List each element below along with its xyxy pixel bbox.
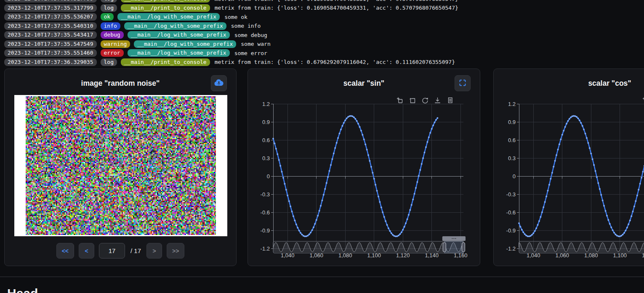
x-tick-label: 1,040 — [281, 252, 295, 259]
source-badge: __main__/print_to_console — [121, 0, 210, 3]
timestamp-badge: 2023-12-10T17:37:35.547549 — [4, 40, 97, 48]
level-badge: debug — [101, 31, 124, 39]
source-badge: __main__/log_with_some_prefix — [128, 31, 230, 39]
image-pagination: << < / 17 > >> — [5, 243, 236, 259]
x-tick-label: 1,100 — [613, 252, 627, 259]
log-row: 2023-12-10T17:37:35.317799log__main__/pr… — [4, 4, 458, 12]
noise-pixels — [26, 96, 216, 235]
timestamp-badge: 2023-12-10T17:37:35.551460 — [4, 49, 97, 57]
zoom-icon[interactable] — [396, 97, 403, 104]
scalar-cos-card: scalar "cos" 1.20.90.60.30-0.3-0.6-0.9-1… — [493, 69, 644, 266]
y-tick-label: -0.3 — [261, 191, 270, 198]
y-tick-label: -0.6 — [261, 209, 270, 216]
image-card: image "random noise" << < / 17 > >> — [4, 69, 237, 266]
log-output: 2023-12-10T17:37:35.317799log__main__/pr… — [4, 0, 458, 66]
y-tick-label: -0.6 — [506, 209, 516, 216]
log-row: 2023-12-10T17:37:35.547549warning__main_… — [4, 40, 458, 48]
y-tick-label: 0.3 — [508, 155, 516, 161]
level-badge: ok — [101, 13, 114, 21]
source-badge: __main__/log_with_some_prefix — [134, 40, 236, 48]
level-badge: log — [101, 0, 117, 3]
timestamp-badge: 2023-12-10T17:37:35.536207 — [4, 13, 97, 21]
level-badge: log — [101, 58, 117, 66]
timestamp-badge: 2023-12-10T17:37:35.543417 — [4, 31, 97, 39]
card-title: image "random noise" — [5, 79, 236, 88]
bottom-heading: Head — [7, 286, 38, 293]
x-tick-label: 1,080 — [584, 252, 598, 259]
log-message: metrix from train: {'loss': 0.6796292079… — [215, 59, 455, 65]
chart-toolbox — [396, 97, 454, 104]
next-page-button[interactable]: > — [146, 243, 162, 259]
source-badge: __main__/print_to_console — [121, 58, 210, 66]
level-badge: warning — [101, 40, 130, 48]
zoom-reset-icon[interactable] — [409, 97, 416, 104]
x-tick-label: 1,080 — [338, 252, 352, 259]
timestamp-badge: 2023-12-10T17:37:35.317799 — [4, 4, 97, 12]
y-tick-label: -0.9 — [261, 227, 270, 234]
x-tick-label: 1,120 — [396, 252, 410, 259]
y-tick-label: 1.2 — [262, 101, 270, 107]
log-row: 2023-12-10T17:37:36.329035log__main__/pr… — [4, 58, 458, 66]
source-badge: __main__/log_with_some_prefix — [117, 13, 220, 21]
data-view-icon[interactable] — [447, 97, 454, 104]
log-message: some warn — [241, 41, 270, 47]
log-row: 2023-12-10T17:37:35.536207ok__main__/log… — [4, 13, 458, 21]
timestamp-badge: 2023-12-10T17:37:35.540310 — [4, 22, 97, 30]
y-tick-label: 0.3 — [262, 155, 270, 161]
restore-icon[interactable] — [421, 97, 428, 104]
y-tick-label: 0.6 — [508, 137, 516, 143]
datazoom-window[interactable] — [444, 241, 463, 253]
x-tick-label: 1,060 — [555, 252, 569, 259]
download-image-button[interactable] — [211, 75, 227, 91]
timestamp-badge: 2023-12-10T17:37:35.317799 — [4, 0, 97, 3]
section-divider — [0, 277, 644, 277]
y-tick-label: 1.2 — [508, 101, 516, 107]
log-message: metrix from train: {'loss': 0.1690584700… — [215, 5, 458, 11]
first-page-button[interactable]: << — [56, 243, 74, 259]
x-tick-label: 1,040 — [527, 252, 540, 259]
log-row: 2023-12-10T17:37:35.551460error__main__/… — [4, 49, 458, 57]
log-message: some info — [231, 23, 261, 29]
cloud-download-icon — [213, 78, 224, 89]
log-message: metrix from train: {'loss': 0.1690584700… — [215, 0, 458, 2]
cos-chart-canvas[interactable]: 1.20.90.60.30-0.3-0.6-0.9-1.21,0401,0601… — [494, 69, 644, 267]
y-tick-label: -0.3 — [506, 191, 516, 198]
last-page-button[interactable]: >> — [167, 243, 184, 259]
x-tick-label: 1,140 — [425, 252, 439, 259]
datazoom-handle-left[interactable] — [443, 243, 446, 252]
level-badge: log — [101, 4, 117, 12]
log-row: 2023-12-10T17:37:35.317799log__main__/pr… — [4, 0, 458, 3]
source-badge: __main__/print_to_console — [121, 4, 210, 12]
y-tick-label: -0.9 — [506, 227, 516, 234]
datazoom-handle-right[interactable] — [462, 243, 465, 252]
log-message: some error — [234, 50, 267, 56]
source-badge: __main__/log_with_some_prefix — [128, 49, 230, 57]
page-number-input[interactable] — [99, 243, 125, 259]
y-tick-label: 0.9 — [508, 119, 516, 125]
log-message: some ok — [224, 14, 247, 20]
level-badge: info — [101, 22, 120, 30]
save-image-icon[interactable] — [434, 97, 441, 104]
y-tick-label: -1.2 — [506, 245, 516, 252]
timestamp-badge: 2023-12-10T17:37:36.329035 — [4, 58, 97, 66]
prev-page-button[interactable]: < — [79, 243, 94, 259]
chart-toolbox — [642, 97, 644, 104]
page-total-label: / 17 — [130, 247, 141, 254]
source-badge: __main__/log_with_some_prefix — [124, 22, 226, 30]
scalar-sin-card: scalar "sin" 1.20.90.60.30-0.3-0.6-0.9-1… — [247, 69, 480, 266]
x-tick-label: 1,120 — [642, 252, 644, 259]
x-tick-label: 1,100 — [367, 252, 381, 259]
log-message: some debug — [234, 32, 267, 38]
noise-image — [14, 95, 227, 236]
log-row: 2023-12-10T17:37:35.540310info__main__/l… — [4, 22, 458, 30]
y-tick-label: 0.9 — [262, 119, 270, 125]
y-tick-label: 0 — [267, 173, 270, 179]
y-tick-label: 0 — [513, 173, 516, 179]
y-tick-label: 0.6 — [262, 137, 270, 143]
y-tick-label: -1.2 — [261, 245, 270, 252]
level-badge: error — [101, 49, 124, 57]
zoom-icon[interactable] — [642, 97, 644, 104]
x-tick-label: 1,160 — [454, 252, 468, 259]
log-row: 2023-12-10T17:37:35.543417debug__main__/… — [4, 31, 458, 39]
x-tick-label: 1,060 — [309, 252, 323, 259]
